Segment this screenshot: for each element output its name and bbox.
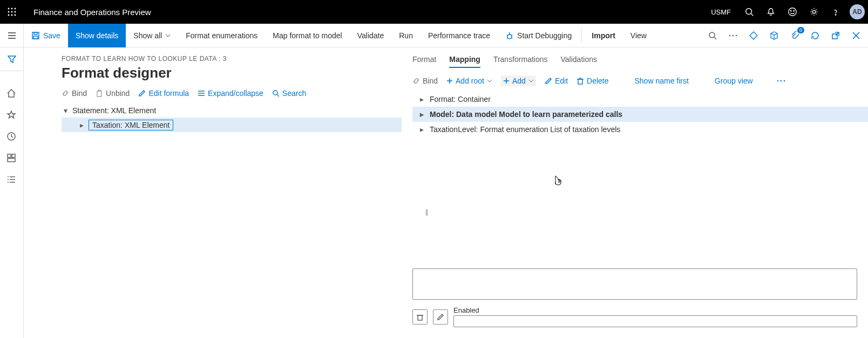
import-button[interactable]: Import <box>584 24 623 47</box>
caret-right-icon[interactable]: ▸ <box>418 110 425 119</box>
svg-point-31 <box>729 35 731 36</box>
svg-point-5 <box>15 11 16 13</box>
search-icon[interactable] <box>738 0 760 24</box>
save-button[interactable]: Save <box>24 24 68 47</box>
edit-formula-button[interactable]: Edit formula <box>138 89 189 98</box>
svg-rect-39 <box>12 154 15 157</box>
validate-button[interactable]: Validate <box>350 24 392 47</box>
refresh-icon[interactable] <box>809 29 822 42</box>
app-launcher-icon[interactable] <box>0 0 24 24</box>
svg-point-11 <box>789 8 796 16</box>
edit-condition-button[interactable] <box>433 309 448 325</box>
help-icon[interactable] <box>825 0 846 24</box>
svg-point-0 <box>8 8 10 10</box>
modules-icon[interactable] <box>6 175 17 185</box>
svg-line-26 <box>511 35 512 36</box>
performance-trace-button[interactable]: Performance trace <box>421 24 498 47</box>
svg-rect-60 <box>578 79 582 84</box>
caret-right-icon[interactable]: ▸ <box>78 121 85 129</box>
svg-point-8 <box>15 15 16 16</box>
svg-point-12 <box>791 10 791 11</box>
svg-line-28 <box>511 38 512 38</box>
svg-point-32 <box>733 35 734 36</box>
datasource-tree: ▸Format: Container ▸Model: Data model Mo… <box>402 92 868 137</box>
svg-rect-40 <box>8 158 15 162</box>
diamond-icon[interactable] <box>747 29 760 42</box>
avatar[interactable]: AD <box>846 0 868 24</box>
workspace-icon[interactable] <box>6 153 17 164</box>
page-title: Format designer <box>24 63 402 89</box>
cube-icon[interactable] <box>768 29 781 42</box>
svg-point-54 <box>273 91 277 95</box>
show-all-button[interactable]: Show all <box>126 24 178 47</box>
recent-icon[interactable] <box>6 132 17 142</box>
svg-point-13 <box>794 10 794 11</box>
smile-icon[interactable] <box>782 0 803 24</box>
start-debugging-button[interactable]: Start Debugging <box>498 24 579 47</box>
svg-rect-47 <box>97 91 101 96</box>
svg-point-7 <box>11 15 13 16</box>
search-command-icon[interactable] <box>706 29 719 42</box>
tab-mapping[interactable]: Mapping <box>449 55 480 68</box>
save-label: Save <box>43 31 60 40</box>
delete-button[interactable]: Delete <box>577 77 608 85</box>
bell-icon[interactable] <box>760 0 782 24</box>
svg-point-14 <box>812 10 815 13</box>
delete-condition-button[interactable] <box>412 309 428 325</box>
search-button[interactable]: Search <box>272 89 306 98</box>
tab-format[interactable]: Format <box>412 55 436 68</box>
expand-collapse-button[interactable]: Expand/collapse <box>198 89 263 98</box>
bind-button[interactable]: Bind <box>62 89 87 98</box>
svg-line-25 <box>507 35 508 36</box>
popout-icon[interactable] <box>829 29 842 42</box>
caret-right-icon[interactable]: ▸ <box>418 95 425 104</box>
attachments-icon[interactable]: 0 <box>788 29 801 42</box>
edit-button[interactable]: Edit <box>545 77 568 85</box>
svg-line-55 <box>277 94 279 96</box>
mapping-bind-button[interactable]: Bind <box>412 77 438 85</box>
caret-down-icon[interactable]: ▾ <box>62 106 69 115</box>
tree-node-statement[interactable]: ▾ Statement: XML Element <box>62 103 402 118</box>
company-label[interactable]: USMF <box>703 8 738 16</box>
group-view-button[interactable]: Group view <box>715 77 753 85</box>
svg-rect-22 <box>33 36 38 39</box>
content-area: FORMAT TO LEARN HOW TO LOOKUP LE DATA : … <box>24 47 868 338</box>
formula-textarea[interactable] <box>412 268 857 300</box>
show-name-first-button[interactable]: Show name first <box>634 77 688 85</box>
map-format-to-model-button[interactable]: Map format to model <box>265 24 349 47</box>
more-icon[interactable] <box>727 29 740 42</box>
show-details-button[interactable]: Show details <box>68 24 126 47</box>
home-icon[interactable] <box>6 88 17 99</box>
svg-point-63 <box>777 80 778 82</box>
star-icon[interactable] <box>6 110 17 121</box>
svg-point-1 <box>11 8 13 10</box>
tree-node-taxation[interactable]: ▸ Taxation: XML Element <box>62 118 402 132</box>
view-button[interactable]: View <box>623 24 654 47</box>
svg-point-23 <box>507 35 512 39</box>
tree-node-model[interactable]: ▸Model: Data model Model to learn parame… <box>412 107 868 122</box>
tab-transformations[interactable]: Transformations <box>493 55 548 68</box>
format-enumerations-button[interactable]: Format enumerations <box>178 24 265 47</box>
svg-point-6 <box>8 15 10 16</box>
format-tree: ▾ Statement: XML Element ▸ Taxation: XML… <box>24 103 402 132</box>
caret-right-icon[interactable]: ▸ <box>418 125 425 134</box>
filter-icon[interactable] <box>0 47 24 71</box>
enabled-input[interactable] <box>453 315 857 327</box>
tree-node-format-container[interactable]: ▸Format: Container <box>412 92 868 107</box>
close-icon[interactable] <box>850 29 863 42</box>
svg-point-64 <box>780 80 782 82</box>
svg-point-4 <box>11 11 13 13</box>
svg-point-3 <box>8 11 10 13</box>
gear-icon[interactable] <box>803 0 825 24</box>
tree-node-taxation-level[interactable]: ▸TaxationLevel: Format enumeration List … <box>412 122 868 137</box>
add-button[interactable]: Add <box>501 75 536 86</box>
more-actions-icon[interactable] <box>777 80 785 82</box>
unbind-button[interactable]: Unbind <box>96 89 130 98</box>
run-button[interactable]: Run <box>391 24 421 47</box>
tab-validations[interactable]: Validations <box>561 55 597 68</box>
app-title: Finance and Operations Preview <box>24 8 151 17</box>
top-bar: Finance and Operations Preview USMF AD <box>0 0 868 24</box>
format-tree-pane: FORMAT TO LEARN HOW TO LOOKUP LE DATA : … <box>24 47 402 338</box>
hamburger-icon[interactable] <box>0 24 24 47</box>
add-root-button[interactable]: Add root <box>446 77 492 85</box>
